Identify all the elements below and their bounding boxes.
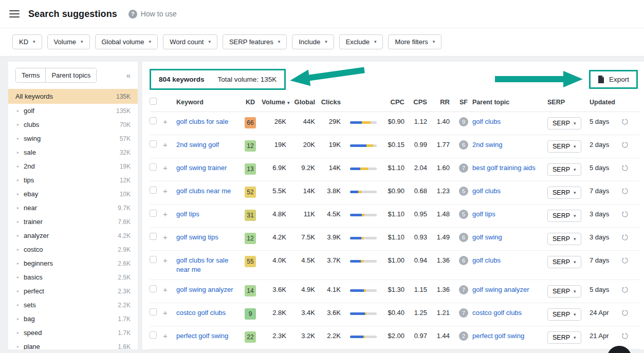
column-global[interactable]: Global xyxy=(291,98,320,106)
column-kd[interactable]: KD xyxy=(239,99,262,106)
column-clicks[interactable]: Clicks xyxy=(320,98,346,106)
parent-topic-link[interactable]: costco golf clubs xyxy=(472,308,522,318)
filter-serp-features[interactable]: SERP features▾ xyxy=(223,34,287,49)
add-to-list-button[interactable]: + xyxy=(163,117,176,126)
serp-dropdown[interactable]: SERP▾ xyxy=(547,308,581,321)
add-to-list-button[interactable]: + xyxy=(163,210,176,219)
filter-more-filters[interactable]: More filters▾ xyxy=(388,34,441,49)
parent-topic-link[interactable]: 2nd swing xyxy=(472,140,503,150)
filter-kd[interactable]: KD▾ xyxy=(12,34,42,49)
row-checkbox[interactable] xyxy=(150,256,157,263)
keyword-link[interactable]: perfect golf swing xyxy=(176,331,228,341)
column-parent-topic[interactable]: Parent topic xyxy=(472,99,547,106)
column-rr[interactable]: RR xyxy=(432,98,455,106)
sidebar-term-near[interactable]: ▸near9.7K xyxy=(8,201,138,215)
refresh-icon[interactable] xyxy=(621,331,634,342)
refresh-icon[interactable] xyxy=(621,233,634,244)
refresh-icon[interactable] xyxy=(621,163,634,174)
refresh-icon[interactable] xyxy=(621,308,634,319)
sidebar-term-2nd[interactable]: ▸2nd19K xyxy=(8,159,138,173)
add-to-list-button[interactable]: + xyxy=(163,187,176,196)
row-checkbox[interactable] xyxy=(150,163,157,171)
parent-topic-link[interactable]: golf swing xyxy=(472,233,502,242)
serp-dropdown[interactable]: SERP▾ xyxy=(547,210,581,222)
filter-exclude[interactable]: Exclude▾ xyxy=(339,34,383,49)
filter-global-volume[interactable]: Global volume▾ xyxy=(95,34,158,49)
keyword-link[interactable]: golf clubs for sale xyxy=(176,117,228,126)
serp-dropdown[interactable]: SERP▾ xyxy=(547,163,581,176)
row-checkbox[interactable] xyxy=(150,140,157,147)
sidebar-term-ebay[interactable]: ▸ebay10K xyxy=(8,187,138,201)
refresh-icon[interactable] xyxy=(621,117,634,128)
sidebar-term-sale[interactable]: ▸sale32K xyxy=(8,145,138,159)
add-to-list-button[interactable]: + xyxy=(163,285,176,294)
sidebar-term-speed[interactable]: ▸speed1.7K xyxy=(8,326,138,340)
keyword-link[interactable]: golf swing trainer xyxy=(176,163,227,173)
row-checkbox[interactable] xyxy=(150,210,157,217)
column-cps[interactable]: CPS xyxy=(410,98,432,106)
sidebar-term-golf[interactable]: ▸golf135K xyxy=(8,104,138,118)
keyword-link[interactable]: golf swing analyzer xyxy=(176,285,233,294)
add-to-list-button[interactable]: + xyxy=(163,256,176,265)
parent-topic-link[interactable]: perfect golf swing xyxy=(472,331,524,341)
keyword-link[interactable]: costco golf clubs xyxy=(176,308,226,318)
parent-topic-link[interactable]: best golf training aids xyxy=(472,163,536,173)
row-checkbox[interactable] xyxy=(150,331,157,339)
keyword-link[interactable]: 2nd swing golf xyxy=(176,140,219,150)
column-cpc[interactable]: CPC xyxy=(382,98,410,106)
sidebar-term-plane[interactable]: ▸plane1.6K xyxy=(8,340,138,349)
add-to-list-button[interactable]: + xyxy=(163,331,176,341)
parent-topic-link[interactable]: golf swing analyzer xyxy=(472,285,529,294)
parent-topic-link[interactable]: golf clubs xyxy=(472,117,501,126)
sidebar-term-perfect[interactable]: ▸perfect2.3K xyxy=(8,284,138,298)
sidebar-term-beginners[interactable]: ▸beginners2.6K xyxy=(8,256,138,270)
row-checkbox[interactable] xyxy=(150,187,157,194)
sidebar-term-clubs[interactable]: ▸clubs70K xyxy=(8,118,138,132)
sidebar-term-sets[interactable]: ▸sets2.2K xyxy=(8,298,138,312)
how-to-use-link[interactable]: ? How to use xyxy=(128,10,177,18)
serp-dropdown[interactable]: SERP▾ xyxy=(547,117,581,129)
parent-topic-link[interactable]: golf tips xyxy=(472,210,495,219)
serp-dropdown[interactable]: SERP▾ xyxy=(547,256,581,268)
keyword-link[interactable]: golf tips xyxy=(176,210,199,219)
hamburger-menu-icon[interactable] xyxy=(9,10,20,17)
row-checkbox[interactable] xyxy=(150,308,157,315)
collapse-sidebar-icon[interactable]: « xyxy=(126,71,131,80)
filter-include[interactable]: Include▾ xyxy=(292,34,334,49)
sidebar-item-all-keywords[interactable]: All keywords 135K xyxy=(8,89,138,104)
tab-parent-topics[interactable]: Parent topics xyxy=(45,68,96,82)
column-serp[interactable]: SERP xyxy=(547,99,590,106)
serp-dropdown[interactable]: SERP▾ xyxy=(547,187,581,199)
sidebar-term-tips[interactable]: ▸tips12K xyxy=(8,173,138,187)
sidebar-term-trainer[interactable]: ▸trainer7.6K xyxy=(8,215,138,229)
export-button[interactable]: Export xyxy=(591,71,636,87)
keyword-link[interactable]: golf clubs for sale near me xyxy=(176,256,239,274)
row-checkbox[interactable] xyxy=(150,285,157,292)
parent-topic-link[interactable]: golf clubs xyxy=(472,187,501,196)
refresh-icon[interactable] xyxy=(621,256,634,267)
filter-word-count[interactable]: Word count▾ xyxy=(163,34,217,49)
refresh-icon[interactable] xyxy=(621,140,634,151)
add-to-list-button[interactable]: + xyxy=(163,163,176,173)
keyword-link[interactable]: golf clubs near me xyxy=(176,187,231,196)
tab-terms[interactable]: Terms xyxy=(16,68,45,82)
select-all-checkbox[interactable] xyxy=(150,98,157,105)
add-to-list-button[interactable]: + xyxy=(163,233,176,242)
sidebar-term-basics[interactable]: ▸basics2.5K xyxy=(8,270,138,284)
sidebar-term-costco[interactable]: ▸costco2.9K xyxy=(8,243,138,256)
refresh-icon[interactable] xyxy=(621,187,634,197)
parent-topic-link[interactable]: golf clubs xyxy=(472,256,501,265)
row-checkbox[interactable] xyxy=(150,117,157,124)
column-updated[interactable]: Updated xyxy=(590,99,621,106)
sidebar-term-bag[interactable]: ▸bag1.7K xyxy=(8,312,138,326)
filter-volume[interactable]: Volume▾ xyxy=(47,34,90,49)
row-checkbox[interactable] xyxy=(150,233,157,240)
serp-dropdown[interactable]: SERP▾ xyxy=(547,285,581,298)
column-volume[interactable]: Volume▾ xyxy=(262,98,291,106)
sidebar-term-swing[interactable]: ▸swing57K xyxy=(8,132,138,145)
serp-dropdown[interactable]: SERP▾ xyxy=(547,233,581,245)
keyword-link[interactable]: golf swing tips xyxy=(176,233,218,242)
add-to-list-button[interactable]: + xyxy=(163,140,176,150)
sidebar-term-analyzer[interactable]: ▸analyzer4.2K xyxy=(8,229,138,243)
refresh-icon[interactable] xyxy=(621,210,634,220)
